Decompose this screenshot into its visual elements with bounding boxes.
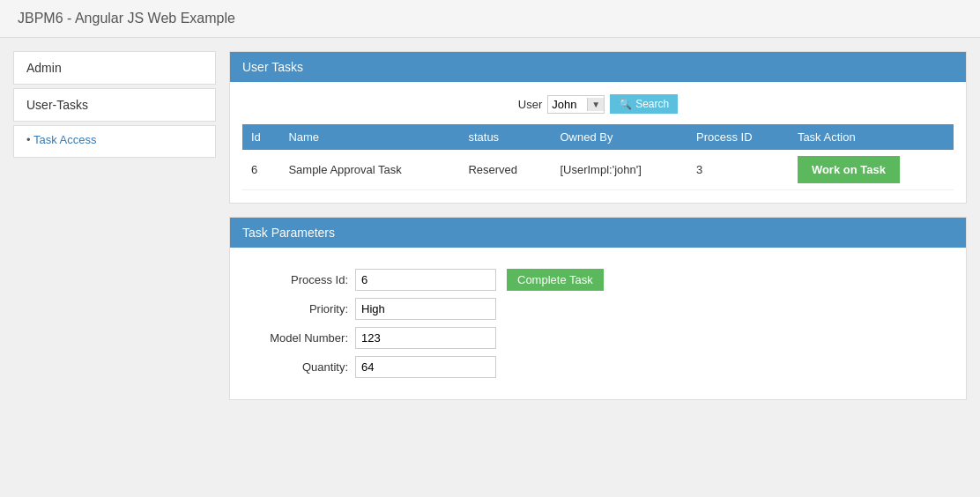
input-quantity[interactable] bbox=[355, 356, 496, 378]
content-area: User Tasks User John Mary admin ▼ 🔍 bbox=[229, 51, 967, 400]
label-priority: Priority: bbox=[242, 302, 348, 315]
form-row-model-number: Model Number: bbox=[242, 327, 954, 349]
sidebar-user-tasks-label[interactable]: User-Tasks bbox=[14, 89, 215, 121]
sidebar-item-task-access[interactable]: Task Access bbox=[26, 131, 203, 148]
input-process-id[interactable] bbox=[355, 269, 496, 291]
tasks-table-body: 6 Sample Approval Task Reserved [UserImp… bbox=[242, 150, 954, 190]
cell-id: 6 bbox=[242, 150, 279, 190]
params-form: Process Id: Complete Task Priority: Mode… bbox=[242, 260, 954, 387]
sidebar-admin-section[interactable]: Admin bbox=[13, 51, 216, 85]
form-row-quantity: Quantity: bbox=[242, 356, 954, 378]
cell-status: Reserved bbox=[459, 150, 551, 190]
task-params-panel-body: Process Id: Complete Task Priority: Mode… bbox=[230, 248, 966, 399]
select-arrow-icon[interactable]: ▼ bbox=[587, 98, 604, 111]
complete-task-button[interactable]: Complete Task bbox=[507, 269, 604, 291]
form-row-process-id: Process Id: Complete Task bbox=[242, 269, 954, 291]
col-id: Id bbox=[242, 124, 279, 150]
sidebar-admin-label[interactable]: Admin bbox=[14, 52, 215, 84]
user-tasks-panel-body: User John Mary admin ▼ 🔍 Search bbox=[230, 82, 966, 203]
search-button-label: Search bbox=[635, 98, 669, 110]
task-params-panel-header: Task Parameters bbox=[230, 218, 966, 248]
user-tasks-panel-header: User Tasks bbox=[230, 52, 966, 82]
task-params-panel: Task Parameters Process Id: Complete Tas… bbox=[229, 217, 967, 400]
search-button[interactable]: 🔍 Search bbox=[610, 94, 678, 114]
input-model-number[interactable] bbox=[355, 327, 496, 349]
col-process-id: Process ID bbox=[687, 124, 789, 150]
tasks-table-header: Id Name status Owned By Process ID Task … bbox=[242, 124, 954, 150]
user-filter-row: User John Mary admin ▼ 🔍 Search bbox=[242, 94, 954, 114]
col-owned-by: Owned By bbox=[551, 124, 687, 150]
form-row-priority: Priority: bbox=[242, 298, 954, 320]
sidebar-nav: Task Access bbox=[13, 125, 216, 158]
label-quantity: Quantity: bbox=[242, 360, 348, 374]
search-icon: 🔍 bbox=[619, 98, 632, 110]
sidebar: Admin User-Tasks Task Access bbox=[13, 51, 216, 158]
user-label: User bbox=[518, 98, 542, 111]
label-process-id: Process Id: bbox=[242, 273, 348, 286]
app-title: JBPM6 - Angular JS Web Example bbox=[18, 11, 235, 26]
cell-owned-by: [UserImpl:'john'] bbox=[551, 150, 687, 190]
tasks-table: Id Name status Owned By Process ID Task … bbox=[242, 124, 954, 190]
tasks-table-header-row: Id Name status Owned By Process ID Task … bbox=[242, 124, 954, 150]
user-select-wrapper[interactable]: John Mary admin ▼ bbox=[547, 95, 605, 114]
col-name: Name bbox=[279, 124, 459, 150]
sidebar-user-tasks-section[interactable]: User-Tasks bbox=[13, 88, 216, 122]
input-priority[interactable] bbox=[355, 298, 496, 320]
main-layout: Admin User-Tasks Task Access User Tasks … bbox=[0, 38, 980, 413]
app-header: JBPM6 - Angular JS Web Example bbox=[0, 0, 980, 38]
user-select[interactable]: John Mary admin bbox=[548, 96, 587, 113]
work-on-task-button[interactable]: Work on Task bbox=[798, 156, 900, 183]
col-status: status bbox=[459, 124, 551, 150]
label-model-number: Model Number: bbox=[242, 331, 348, 345]
cell-process-id: 3 bbox=[687, 150, 789, 190]
cell-task-action: Work on Task bbox=[789, 150, 954, 190]
table-row: 6 Sample Approval Task Reserved [UserImp… bbox=[242, 150, 954, 190]
cell-name: Sample Approval Task bbox=[279, 150, 459, 190]
user-tasks-panel: User Tasks User John Mary admin ▼ 🔍 bbox=[229, 51, 967, 204]
col-task-action: Task Action bbox=[789, 124, 954, 150]
